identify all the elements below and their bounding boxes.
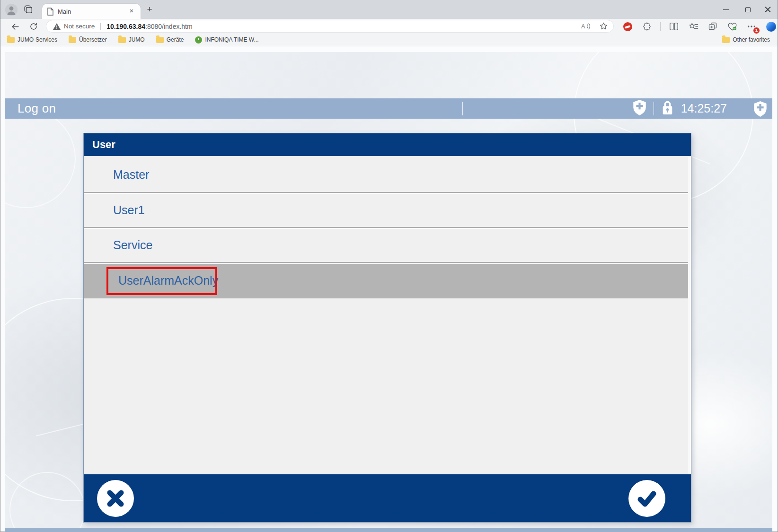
browser-tab-bar: Main × + (0, 0, 778, 19)
bookmark-geraete[interactable]: Geräte (156, 36, 184, 43)
bookmark-uebersetzer[interactable]: Übersetzer (69, 36, 107, 43)
adblock-icon (623, 22, 632, 31)
copilot-icon (766, 22, 776, 32)
header-divider (654, 102, 654, 115)
user-item-service[interactable]: Service (84, 227, 688, 262)
other-favorites-label: Other favorites (733, 36, 770, 43)
url-host: 10.190.63.84 (106, 23, 145, 30)
heart-pulse-icon (727, 22, 737, 31)
split-screen-button[interactable] (668, 20, 680, 33)
bookmark-infoniqa[interactable]: INFONIQA TIME W... (195, 36, 258, 44)
page-title: Log on (18, 101, 56, 116)
maximize-icon (745, 7, 751, 12)
lock-icon (662, 100, 673, 117)
user-item-master[interactable]: Master (84, 157, 688, 192)
folder-icon (7, 37, 15, 43)
page-icon (47, 8, 54, 16)
favorite-star-button[interactable] (597, 20, 610, 33)
annotation-red-box (106, 267, 217, 295)
svg-text:A: A (581, 23, 585, 30)
bookmarks-bar: JUMO-Services Übersetzer JUMO Geräte INF… (0, 34, 778, 46)
collections-button[interactable] (707, 20, 719, 33)
bookmark-jumo-services[interactable]: JUMO-Services (7, 36, 57, 43)
extension-adblock-button[interactable] (621, 20, 634, 33)
dialog-header: User (84, 133, 691, 157)
window-maximize-button[interactable] (737, 0, 759, 19)
user-select-dialog: User Master User1 Service UserAlarmAckOn… (83, 133, 691, 523)
clock-icon (195, 36, 202, 44)
user-item-user1[interactable]: User1 (84, 192, 688, 227)
warning-triangle-icon (53, 23, 61, 30)
address-bar[interactable]: Not secure 10.190.63.84:8080/index.htm A (46, 20, 614, 33)
bookmark-label: INFONIQA TIME W... (205, 36, 258, 43)
cancel-x-icon (105, 488, 126, 509)
browser-toolbar: Not secure 10.190.63.84:8080/index.htm A (0, 19, 778, 34)
folder-icon (156, 37, 164, 43)
folder-icon (69, 37, 76, 43)
extension-badge-button[interactable] (641, 20, 653, 33)
bookmark-label: Geräte (167, 36, 184, 43)
tab-title: Main (58, 8, 127, 15)
site-security-button[interactable]: Not secure (53, 23, 95, 30)
cancel-button[interactable] (97, 480, 134, 517)
new-tab-button[interactable]: + (144, 4, 155, 16)
alarm-shield-button-right[interactable] (754, 101, 767, 119)
refresh-icon (29, 22, 38, 31)
minimize-icon (723, 9, 729, 10)
close-icon (765, 7, 771, 13)
user-item-useralarmackonly[interactable]: UserAlarmAckOnly (84, 262, 688, 298)
web-page: Log on 14:25:27 User (0, 46, 778, 532)
confirm-check-icon (636, 487, 658, 510)
alarm-shield-button[interactable] (633, 100, 646, 117)
bookmark-label: Übersetzer (79, 36, 107, 43)
notification-badge: 1 (753, 27, 760, 34)
user-item-label: User1 (113, 203, 145, 217)
favorites-bar-button[interactable] (687, 20, 699, 33)
read-aloud-icon: A (581, 23, 592, 30)
read-aloud-button[interactable]: A (580, 20, 592, 33)
url-text: 10.190.63.84:8080/index.htm (106, 23, 580, 30)
person-icon (5, 4, 18, 16)
split-screen-icon (669, 22, 679, 31)
dialog-footer (84, 474, 691, 522)
badge-seal-icon (642, 22, 652, 31)
toolbar-divider (660, 22, 661, 31)
favorites-list-icon (689, 22, 698, 31)
dialog-empty-area (84, 298, 688, 474)
window-minimize-button[interactable] (715, 0, 737, 19)
user-item-label: Service (113, 238, 152, 252)
window-close-button[interactable] (757, 0, 778, 19)
clock-display: 14:25:27 (681, 102, 727, 115)
folder-icon (722, 37, 730, 43)
collections-icon (708, 22, 717, 31)
browser-essentials-button[interactable] (726, 20, 738, 33)
browser-window: Main × + Not secure 10.190.63.84:8080/in… (0, 0, 778, 532)
app-header-bar: Log on 14:25:27 (5, 98, 772, 119)
other-favorites-button[interactable]: Other favorites (722, 36, 770, 43)
confirm-button[interactable] (628, 480, 665, 517)
workspaces-icon[interactable] (23, 4, 34, 17)
refresh-button[interactable] (27, 20, 40, 33)
user-list: Master User1 Service UserAlarmAckOnly (84, 157, 691, 474)
shield-plus-icon (633, 100, 646, 115)
page-bottom-bar (5, 528, 772, 532)
copilot-button[interactable] (765, 20, 777, 33)
shield-plus-icon (754, 101, 767, 117)
header-divider (462, 102, 463, 115)
tab-close-icon[interactable]: × (127, 7, 136, 16)
back-arrow-icon (11, 22, 20, 31)
dialog-title: User (92, 139, 115, 151)
profile-avatar[interactable] (5, 4, 18, 16)
url-path: :8080/index.htm (145, 23, 193, 30)
back-button[interactable] (9, 20, 21, 33)
user-item-label: Master (113, 168, 149, 182)
url-divider (100, 23, 101, 30)
folder-icon (118, 37, 126, 43)
security-label: Not secure (64, 23, 95, 30)
bookmark-label: JUMO (129, 36, 145, 43)
settings-more-button[interactable]: 1 (745, 20, 758, 33)
star-icon (599, 22, 608, 31)
bookmark-label: JUMO-Services (18, 36, 57, 43)
tab-main[interactable]: Main × (42, 4, 141, 19)
bookmark-jumo[interactable]: JUMO (118, 36, 145, 43)
